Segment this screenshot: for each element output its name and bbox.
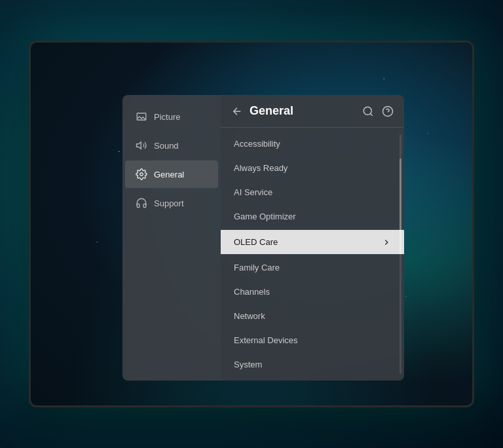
tv-stand	[186, 405, 317, 407]
sidebar-label-picture: Picture	[154, 112, 180, 122]
sidebar-item-support[interactable]: Support	[125, 189, 218, 217]
panel-list: Accessibility Always Ready AI Service Ga…	[221, 128, 404, 381]
panel-item-accessibility[interactable]: Accessibility	[221, 132, 404, 156]
tv-frame: Picture Sound Gen	[29, 41, 474, 407]
sidebar: Picture Sound Gen	[122, 95, 221, 381]
panel-item-family-care[interactable]: Family Care	[221, 255, 404, 280]
picture-icon	[136, 111, 147, 122]
panel-title: General	[250, 104, 293, 118]
panel-item-network[interactable]: Network	[221, 304, 404, 328]
panel-item-label-family-care: Family Care	[234, 263, 280, 272]
scroll-thumb[interactable]	[400, 159, 401, 254]
menu-container: Picture Sound Gen	[122, 95, 404, 381]
main-panel: General	[221, 95, 404, 381]
sidebar-item-general[interactable]: General	[125, 160, 218, 188]
panel-item-ai-service[interactable]: AI Service	[221, 180, 404, 204]
svg-point-2	[140, 173, 143, 176]
header-left: General	[231, 104, 293, 118]
tv-screen: Picture Sound Gen	[31, 43, 472, 405]
panel-item-always-ready[interactable]: Always Ready	[221, 156, 404, 180]
panel-item-label-channels: Channels	[234, 287, 270, 297]
back-icon[interactable]	[231, 105, 243, 117]
panel-item-label-external-devices: External Devices	[234, 335, 298, 345]
support-icon	[136, 197, 147, 209]
panel-item-label-oled-care: OLED Care	[234, 237, 278, 247]
chevron-right-icon	[382, 238, 391, 247]
panel-item-label-game-optimizer: Game Optimizer	[234, 212, 296, 221]
header-right	[362, 105, 394, 117]
panel-item-game-optimizer[interactable]: Game Optimizer	[221, 204, 404, 229]
sidebar-item-picture[interactable]: Picture	[125, 103, 218, 130]
scroll-track	[400, 134, 401, 374]
svg-marker-1	[137, 142, 141, 149]
sidebar-label-general: General	[154, 170, 184, 179]
panel-item-channels[interactable]: Channels	[221, 280, 404, 304]
search-icon[interactable]	[362, 105, 374, 117]
panel-item-system[interactable]: System	[221, 352, 404, 377]
panel-item-label-network: Network	[234, 311, 265, 321]
panel-item-label-accessibility: Accessibility	[234, 139, 280, 149]
panel-item-label-system: System	[234, 360, 262, 369]
panel-item-label-ai-service: AI Service	[234, 187, 272, 197]
sidebar-label-support: Support	[154, 198, 184, 208]
sound-icon	[136, 140, 147, 151]
panel-item-oled-care[interactable]: OLED Care	[221, 230, 404, 254]
general-icon	[136, 168, 147, 180]
svg-point-3	[363, 107, 371, 115]
panel-item-external-devices[interactable]: External Devices	[221, 328, 404, 352]
panel-item-label-always-ready: Always Ready	[234, 163, 288, 173]
panel-header: General	[221, 95, 404, 128]
sidebar-label-sound: Sound	[154, 141, 179, 151]
help-icon[interactable]	[382, 105, 394, 117]
sidebar-item-sound[interactable]: Sound	[125, 132, 218, 159]
